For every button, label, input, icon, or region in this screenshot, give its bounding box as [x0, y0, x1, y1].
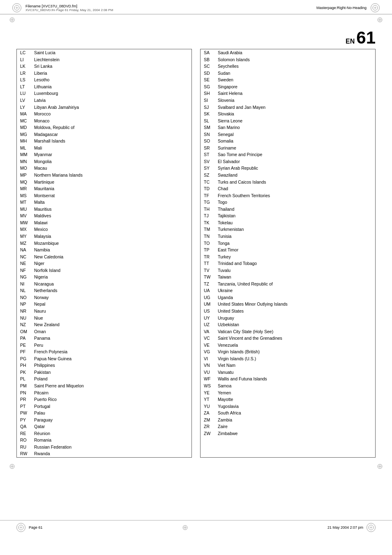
country-code: MW [17, 219, 32, 226]
country-code: PE [17, 342, 32, 349]
country-name: Montserrat [32, 192, 191, 199]
country-name: Latvia [32, 97, 191, 104]
country-code: NZ [17, 321, 32, 328]
table-row: SYSyrian Arab Republic [201, 165, 375, 172]
country-name: Mexico [32, 226, 191, 233]
country-name: Palau [32, 410, 191, 417]
country-name: Slovenia [215, 97, 375, 104]
table-row: SHSaint Helena [201, 90, 375, 97]
country-name: Venezuela [215, 342, 375, 349]
table-row: PHPhilippines [17, 362, 191, 369]
country-code: MM [17, 151, 32, 158]
table-row: YTMayotte [201, 396, 375, 403]
bottom-right-crosshair: ⊕ [377, 463, 383, 470]
country-name: Saint Lucia [32, 49, 191, 56]
country-code: PA [17, 335, 32, 342]
country-code: TC [201, 178, 215, 185]
country-name: Norway [32, 294, 191, 301]
country-code: RO [17, 437, 32, 444]
table-row: SMSan Marino [201, 124, 375, 131]
country-name: Mayotte [215, 396, 375, 403]
country-code: NF [17, 267, 32, 274]
table-row: VNViet Nam [201, 362, 375, 369]
country-code: SR [201, 145, 215, 152]
country-code: PT [17, 403, 32, 410]
country-name: Tuvalu [215, 267, 375, 274]
table-row: VGVirgin Islands (British) [201, 348, 375, 355]
country-name: Niue [32, 314, 191, 321]
country-name: Saint Pierre and Miquelon [32, 382, 191, 389]
country-name: Nigeria [32, 274, 191, 281]
country-name: Sierra Leone [215, 117, 375, 124]
table-row: MUMauritius [17, 206, 191, 213]
left-country-table: LCSaint LuciaLILiechtensteinLKSri LankaL… [17, 49, 191, 457]
header-top: Filename [XVC37U_08DVD.fm] XVC37U_08DVD.… [0, 0, 392, 14]
country-code: UG [201, 294, 215, 301]
table-row: TNTunisia [201, 233, 375, 240]
table-row: VCSaint Vincent and the Grenadines [201, 335, 375, 342]
table-row: MMMyanmar [17, 151, 191, 158]
table-row: VUVanuatu [201, 369, 375, 376]
table-row: PFFrench Polynesia [17, 348, 191, 355]
table-row: UMUnited States Minor Outlying Islands [201, 301, 375, 308]
country-code: NI [17, 281, 32, 288]
country-name: Taiwan [215, 274, 375, 281]
table-row: ZRZaire [201, 423, 375, 430]
country-name: Mali [32, 145, 191, 152]
country-code: MO [17, 165, 32, 172]
table-row: USUnited States [201, 308, 375, 315]
country-code: PY [17, 417, 32, 424]
country-code: MT [17, 199, 32, 206]
table-row: ZWZimbabwe [201, 430, 375, 437]
table-row: SZSwaziland [201, 172, 375, 179]
country-code: SN [201, 131, 215, 138]
country-name: Papua New Guinea [32, 355, 191, 362]
country-code: MS [17, 192, 32, 199]
country-name: Wallis and Futuna Islands [215, 375, 375, 382]
table-row: TCTurks and Caicos Islands [201, 178, 375, 185]
table-row: LKSri Lanka [17, 63, 191, 70]
country-code: PR [17, 396, 32, 403]
country-code: NL [17, 287, 32, 294]
country-code: ZM [201, 417, 215, 424]
country-code: SH [201, 90, 215, 97]
table-row: UYUruguay [201, 314, 375, 321]
top-left-crosshair: ⊕ [9, 16, 15, 23]
country-name: Swaziland [215, 172, 375, 179]
table-row: SBSolomon Islands [201, 56, 375, 63]
country-code: MA [17, 111, 32, 117]
page-container: Filename [XVC37U_08DVD.fm] XVC37U_08DVD.… [0, 0, 392, 555]
country-name: New Caledonia [32, 253, 191, 260]
country-code: PH [17, 362, 32, 369]
table-row: MSMontserrat [17, 192, 191, 199]
table-row: YEYemen [201, 389, 375, 396]
country-name: Malaysia [32, 233, 191, 240]
country-name: East Timor [215, 246, 375, 253]
country-code: QA [17, 423, 32, 430]
country-name: Madagascar [32, 131, 191, 138]
country-code: SK [201, 111, 215, 117]
table-row: TFFrench Southern Territories [201, 192, 375, 199]
country-code: UM [201, 301, 215, 308]
country-code: NR [17, 308, 32, 315]
country-code: MD [17, 124, 32, 131]
country-code: NG [17, 274, 32, 281]
country-name: Liechtenstein [32, 56, 191, 63]
bottom-right-circle [367, 523, 376, 532]
table-row: SLSierra Leone [201, 117, 375, 124]
country-name: Chad [215, 185, 375, 192]
country-name: Russian Federation [32, 444, 191, 451]
country-code: TM [201, 226, 215, 233]
table-row: UZUzbekistan [201, 321, 375, 328]
table-row: NFNorfolk Island [17, 267, 191, 274]
country-code: TV [201, 267, 215, 274]
table-row: NUNiue [17, 314, 191, 321]
table-row: MAMorocco [17, 111, 191, 117]
country-code: SI [201, 97, 215, 104]
table-row: WFWallis and Futuna Islands [201, 375, 375, 382]
table-row: TOTonga [201, 240, 375, 246]
country-code: MN [17, 158, 32, 165]
table-row: TTTrinidad and Tobago [201, 260, 375, 267]
country-code: WF [201, 375, 215, 382]
country-code: RU [17, 444, 32, 451]
